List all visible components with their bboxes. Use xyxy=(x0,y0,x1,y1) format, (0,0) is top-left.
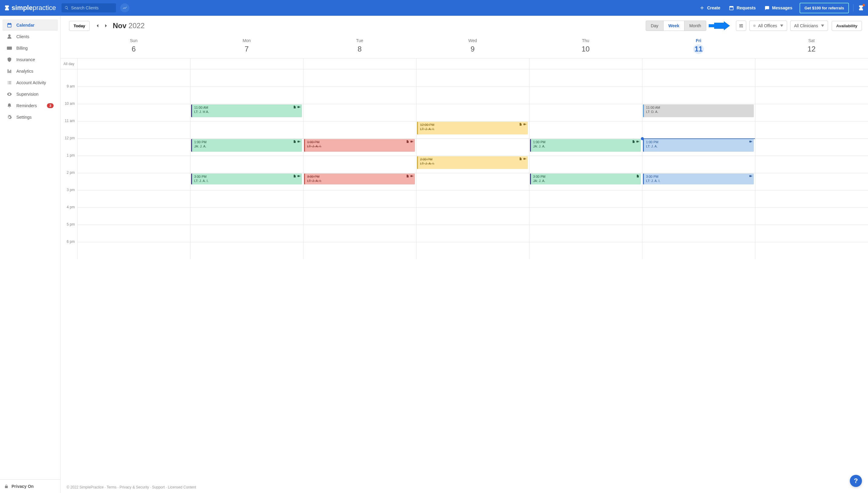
sidebar-item-clients[interactable]: Clients xyxy=(2,31,58,42)
hour-label: 6 pm xyxy=(67,239,75,244)
sidebar-item-reminders[interactable]: Reminders3 xyxy=(2,100,58,111)
svg-point-0 xyxy=(741,24,742,25)
chevron-down-icon xyxy=(780,24,783,27)
referral-button[interactable]: Get $100 for referrals xyxy=(800,3,849,13)
footer-licensed[interactable]: Licensed Content xyxy=(168,485,196,489)
brand-light: practice xyxy=(33,4,56,12)
svg-point-2 xyxy=(742,27,743,27)
clinicians-dropdown[interactable]: All Clinicians xyxy=(790,21,828,31)
day-column[interactable] xyxy=(77,69,190,259)
event-time: 3:00 PM xyxy=(307,174,413,179)
event-title: JA: J. A. xyxy=(194,144,300,148)
day-header[interactable]: Tue8 xyxy=(303,36,416,58)
sidebar-item-calendar[interactable]: Calendar xyxy=(2,19,58,31)
day-header[interactable]: Sat12 xyxy=(755,36,868,58)
hour-label: 5 pm xyxy=(67,222,75,227)
day-column[interactable]: 12:00 PMLT: J. A. I.2:00 PMLT: J. A. I. xyxy=(416,69,529,259)
search-wrap[interactable] xyxy=(62,3,116,13)
calendar-icon xyxy=(7,22,12,28)
privacy-toggle[interactable]: Privacy On xyxy=(0,479,60,493)
logo[interactable]: simplepractice xyxy=(4,4,56,12)
calendar-event[interactable]: 1:00 PMJA: J. A. xyxy=(530,139,641,152)
event-title: LT: J. A. I. xyxy=(307,144,413,148)
week-view-button[interactable]: Week xyxy=(663,21,685,30)
day-of-week: Sat xyxy=(755,38,868,43)
create-button[interactable]: Create xyxy=(699,5,720,10)
search-input[interactable] xyxy=(71,5,113,10)
calendar-event[interactable]: 2:00 PMLT: J. A. I. xyxy=(417,156,528,169)
event-icons xyxy=(749,140,752,143)
day-header[interactable]: Fri11 xyxy=(642,36,755,58)
availability-button[interactable]: Availability xyxy=(832,21,862,31)
calendar-event[interactable]: 1:00 PMLT: J. A. xyxy=(643,139,754,152)
day-header[interactable]: Wed9 xyxy=(416,36,529,58)
event-icons xyxy=(293,174,300,178)
prev-week-button[interactable] xyxy=(93,21,102,31)
sidebar-item-insurance[interactable]: Insurance xyxy=(2,54,58,65)
day-view-button[interactable]: Day xyxy=(646,21,663,30)
calendar-event[interactable]: 1:00 PMLT: J. A. I. xyxy=(304,139,415,152)
filter-button[interactable] xyxy=(736,21,746,31)
gear-icon xyxy=(7,114,12,120)
day-header[interactable]: Sun6 xyxy=(77,36,190,58)
day-column[interactable]: 1:00 PMJA: J. A.3:00 PMJA: J. A. xyxy=(529,69,642,259)
calendar-grid[interactable]: 9 am10 am11 am12 pm1 pm2 pm3 pm4 pm5 pm6… xyxy=(61,69,868,259)
messages-button[interactable]: Messages xyxy=(764,5,792,10)
chevron-right-icon xyxy=(105,24,108,28)
calendar-toolbar: Today Nov 2022 Day Week Month All Offic xyxy=(61,16,868,36)
event-time: 1:00 PM xyxy=(307,140,413,144)
calendar-event[interactable]: 11:00 AMLT: J. H A. xyxy=(191,105,302,117)
day-column[interactable] xyxy=(755,69,868,259)
month-view-button[interactable]: Month xyxy=(685,21,706,30)
hour-label: 10 am xyxy=(65,102,75,106)
day-number: 11 xyxy=(693,44,704,54)
day-column[interactable]: 11:00 AMLT: J. H A.1:00 PMJA: J. A.3:00 … xyxy=(190,69,303,259)
today-button[interactable]: Today xyxy=(69,21,90,31)
allday-cell[interactable] xyxy=(77,59,190,69)
event-title: LT: J. A. I. xyxy=(420,162,526,166)
allday-cell[interactable] xyxy=(416,59,529,69)
allday-cell[interactable] xyxy=(642,59,755,69)
calendar-event[interactable]: 3:00 PMJA: J. A. xyxy=(530,173,641,185)
calendar-event[interactable]: 3:00 PMLT: J. A. I. xyxy=(643,173,754,185)
calendar-event[interactable]: 3:00 PMLT: J. A. I. xyxy=(191,173,302,185)
calendar-event[interactable]: 11:00 AMLT: D. A. xyxy=(643,105,754,117)
sidebar-item-settings[interactable]: Settings xyxy=(2,111,58,123)
brand-bold: simple xyxy=(12,4,33,12)
year-text: 2022 xyxy=(128,21,145,30)
calendar-event[interactable]: 1:00 PMJA: J. A. xyxy=(191,139,302,152)
shield-icon xyxy=(7,57,12,62)
offices-dropdown[interactable]: All Offices xyxy=(749,21,787,31)
allday-cell[interactable] xyxy=(529,59,642,69)
sidebar-item-analytics[interactable]: Analytics xyxy=(2,65,58,77)
event-icons xyxy=(406,140,413,143)
day-header[interactable]: Thu10 xyxy=(529,36,642,58)
sidebar-item-account-activity[interactable]: Account Activity xyxy=(2,77,58,88)
footer-terms[interactable]: Terms xyxy=(107,485,116,489)
sidebar-item-label: Reminders xyxy=(16,103,37,108)
footer-privacy[interactable]: Privacy & Security xyxy=(120,485,149,489)
sidebar-item-supervision[interactable]: Supervision xyxy=(2,88,58,100)
event-time: 11:00 AM xyxy=(646,105,752,110)
day-columns: 11:00 AMLT: J. H A.1:00 PMJA: J. A.3:00 … xyxy=(77,69,868,259)
event-title: LT: J. A. I. xyxy=(646,179,752,183)
calendar-event[interactable]: 12:00 PMLT: J. A. I. xyxy=(417,122,528,134)
offices-label: All Offices xyxy=(758,23,777,28)
help-button[interactable]: ? xyxy=(850,475,862,487)
allday-cell[interactable] xyxy=(190,59,303,69)
notifications-button[interactable] xyxy=(858,4,864,11)
day-of-week: Wed xyxy=(416,38,529,43)
day-column[interactable]: 11:00 AMLT: D. A.1:00 PMLT: J. A.3:00 PM… xyxy=(642,69,755,259)
requests-button[interactable]: Requests xyxy=(729,5,756,10)
day-column[interactable]: 1:00 PMLT: J. A. I.3:00 PMLT: J. A. I. xyxy=(303,69,416,259)
sidebar-item-billing[interactable]: Billing xyxy=(2,42,58,54)
analytics-quick-button[interactable] xyxy=(120,3,129,13)
allday-cell[interactable] xyxy=(755,59,868,69)
lock-icon xyxy=(4,484,8,489)
calendar-event[interactable]: 3:00 PMLT: J. A. I. xyxy=(304,173,415,185)
allday-cell[interactable] xyxy=(303,59,416,69)
day-header[interactable]: Mon7 xyxy=(190,36,303,58)
next-week-button[interactable] xyxy=(102,21,110,31)
footer-support[interactable]: Support xyxy=(152,485,165,489)
sidebar-item-label: Billing xyxy=(16,46,27,50)
